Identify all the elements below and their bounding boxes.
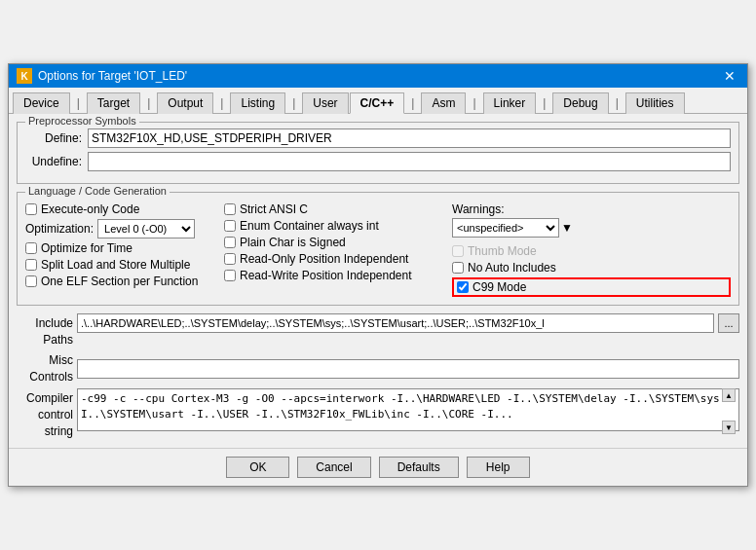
include-paths-input[interactable]	[77, 313, 714, 333]
c99-mode-checkbox[interactable]	[457, 281, 469, 293]
execute-only-checkbox[interactable]	[25, 203, 37, 215]
tab-debug[interactable]: Debug	[552, 92, 608, 114]
left-column: Execute-only Code Optimization: Level 0 …	[25, 202, 220, 297]
read-only-label: Read-Only Position Independent	[240, 252, 408, 266]
enum-container-row: Enum Container always int	[224, 219, 448, 233]
define-row: Define:	[25, 128, 731, 148]
no-auto-label: No Auto Includes	[468, 261, 556, 275]
main-window: K Options for Target 'IOT_LED' ✕ Device …	[8, 63, 748, 487]
c99-mode-row: C99 Mode	[457, 280, 526, 294]
undefine-label: Undefine:	[25, 155, 82, 168]
strict-ansi-row: Strict ANSI C	[224, 202, 448, 216]
split-load-checkbox[interactable]	[25, 259, 37, 271]
tab-user[interactable]: User	[302, 92, 348, 114]
no-auto-checkbox[interactable]	[452, 262, 464, 274]
optimization-row: Optimization: Level 0 (-O0)	[25, 219, 220, 238]
misc-controls-label: Misc Controls	[17, 352, 73, 385]
thumb-mode-checkbox	[452, 245, 464, 257]
c99-highlight-box: C99 Mode	[452, 277, 731, 297]
read-write-checkbox[interactable]	[224, 270, 236, 281]
preprocessor-group-label: Preprocessor Symbols	[25, 115, 139, 127]
help-button[interactable]: Help	[467, 457, 530, 478]
defaults-button[interactable]: Defaults	[379, 457, 459, 478]
misc-controls-section: Misc Controls	[17, 352, 739, 385]
plain-char-label: Plain Char is Signed	[240, 236, 346, 249]
right-column: Warnings: <unspecified> ▼ Thumb Mode	[452, 202, 731, 297]
define-label: Define:	[25, 131, 82, 145]
tab-output[interactable]: Output	[157, 92, 213, 114]
define-input[interactable]	[88, 128, 731, 148]
optimize-time-checkbox[interactable]	[25, 242, 37, 254]
thumb-mode-row: Thumb Mode	[452, 244, 731, 258]
execute-only-row: Execute-only Code	[25, 202, 220, 216]
optimization-label: Optimization:	[25, 222, 94, 236]
optimization-select[interactable]: Level 0 (-O0)	[97, 219, 195, 238]
enum-container-label: Enum Container always int	[240, 219, 379, 233]
strict-ansi-checkbox[interactable]	[224, 203, 236, 215]
language-group-label: Language / Code Generation	[25, 185, 170, 197]
one-elf-row: One ELF Section per Function	[25, 275, 220, 288]
misc-controls-input[interactable]	[77, 359, 739, 379]
split-load-row: Split Load and Store Multiple	[25, 258, 220, 272]
undefine-input[interactable]	[88, 152, 731, 171]
app-icon: K	[17, 68, 32, 84]
plain-char-row: Plain Char is Signed	[224, 236, 448, 249]
thumb-mode-label: Thumb Mode	[468, 244, 537, 258]
tabs-bar: Device | Target | Output | Listing | Use…	[9, 88, 747, 114]
strict-ansi-label: Strict ANSI C	[240, 202, 308, 216]
include-browse-button[interactable]: ...	[718, 313, 739, 333]
content-area: Preprocessor Symbols Define: Undefine: L…	[9, 114, 747, 448]
tab-device[interactable]: Device	[13, 92, 70, 114]
one-elf-checkbox[interactable]	[25, 275, 37, 287]
tab-listing[interactable]: Listing	[230, 92, 285, 114]
execute-only-label: Execute-only Code	[41, 202, 139, 216]
plain-char-checkbox[interactable]	[224, 237, 236, 248]
optimize-time-row: Optimize for Time	[25, 241, 220, 255]
c99-mode-label: C99 Mode	[472, 280, 526, 294]
warnings-dropdown-icon: ▼	[561, 221, 573, 235]
read-only-row: Read-Only Position Independent	[224, 252, 448, 266]
optimize-time-label: Optimize for Time	[41, 241, 132, 255]
window-title: Options for Target 'IOT_LED'	[38, 69, 187, 83]
warnings-select[interactable]: <unspecified>	[452, 218, 559, 238]
tab-utilities[interactable]: Utilities	[625, 92, 685, 114]
warnings-section: Warnings: <unspecified> ▼	[452, 202, 731, 241]
compiler-control-section: Compiler control string -c99 -c --cpu Co…	[17, 388, 739, 439]
one-elf-label: One ELF Section per Function	[41, 275, 198, 288]
titlebar: K Options for Target 'IOT_LED' ✕	[9, 64, 747, 88]
warnings-label: Warnings:	[452, 202, 731, 216]
tab-target[interactable]: Target	[87, 92, 140, 114]
read-write-row: Read-Write Position Independent	[224, 269, 448, 282]
ok-button[interactable]: OK	[226, 457, 289, 478]
close-button[interactable]: ✕	[720, 68, 739, 84]
enum-container-checkbox[interactable]	[224, 220, 236, 232]
compiler-control-label: Compiler control string	[17, 388, 73, 439]
read-only-checkbox[interactable]	[224, 253, 236, 265]
language-group: Language / Code Generation Execute-only …	[17, 192, 739, 306]
cancel-button[interactable]: Cancel	[297, 457, 370, 478]
tab-asm[interactable]: Asm	[421, 92, 466, 114]
include-paths-label: Include Paths	[17, 313, 73, 348]
tab-linker[interactable]: Linker	[483, 92, 537, 114]
undefine-row: Undefine:	[25, 152, 731, 171]
mid-column: Strict ANSI C Enum Container always int …	[224, 202, 448, 297]
split-load-label: Split Load and Store Multiple	[41, 258, 190, 272]
bottom-bar: OK Cancel Defaults Help	[9, 448, 747, 486]
tab-cpp[interactable]: C/C++	[350, 92, 405, 114]
include-paths-section: Include Paths ...	[17, 313, 739, 348]
read-write-label: Read-Write Position Independent	[240, 269, 412, 282]
no-auto-row: No Auto Includes	[452, 261, 731, 275]
preprocessor-group: Preprocessor Symbols Define: Undefine:	[17, 122, 739, 184]
compiler-control-textarea[interactable]: -c99 -c --cpu Cortex-M3 -g -O0 --apcs=in…	[77, 388, 739, 431]
